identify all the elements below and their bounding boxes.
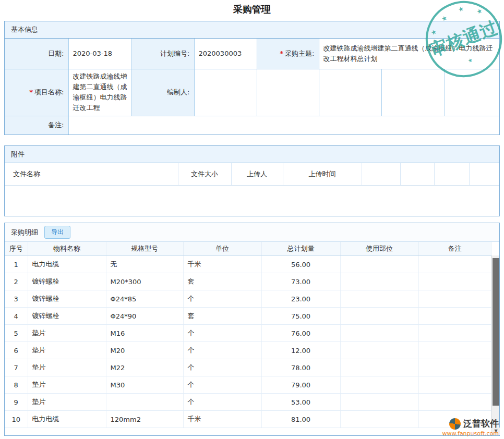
- detail-column-header: 规格型号: [106, 242, 183, 256]
- table-cell: 1: [5, 256, 28, 273]
- table-row[interactable]: 10电力电缆120mm2千米81.00: [5, 411, 491, 428]
- table-row[interactable]: 7垫片M22个78.00: [5, 359, 491, 376]
- table-cell: 镀锌螺栓: [28, 308, 106, 325]
- table-cell: [340, 273, 418, 290]
- detail-panel: 采购明细 导出 序号物料名称规格型号单位总计划量使用部位备注 1电力电缆无千米5…: [4, 223, 500, 436]
- detail-toolbar: 采购明细 导出: [5, 223, 499, 242]
- editor-label: 编制人:: [131, 69, 194, 116]
- table-cell: 垫片: [28, 342, 106, 359]
- table-cell: 电力电缆: [28, 256, 106, 273]
- attachment-empty-header: [400, 163, 434, 186]
- table-cell: [340, 359, 418, 376]
- table-row[interactable]: 2镀锌螺栓M20*300套73.00: [5, 273, 491, 290]
- table-row[interactable]: 6垫片M20个12.00: [5, 342, 491, 359]
- detail-column-header: 单位: [183, 242, 261, 256]
- table-cell: 无: [106, 256, 183, 273]
- table-cell: 56.00: [261, 256, 340, 273]
- table-cell: 10: [5, 411, 28, 428]
- table-cell: 个: [183, 376, 261, 394]
- table-cell: 9: [5, 394, 28, 411]
- subject-value: 改建铁路成渝线增建第二直通线（成渝枢纽）电力线路迁改工程材料总计划: [319, 39, 499, 69]
- date-label: 日期:: [5, 39, 68, 69]
- table-cell: M20: [106, 342, 183, 359]
- project-value: 改建铁路成渝线增建第二直通线（成渝枢纽）电力线路迁改工程: [68, 69, 131, 116]
- table-cell: [340, 290, 418, 308]
- plan-no-value: 2020030003: [194, 39, 257, 69]
- info-row-2: *项目名称: 改建铁路成渝线增建第二直通线（成渝枢纽）电力线路迁改工程 编制人:: [5, 69, 499, 116]
- table-cell: 个: [183, 394, 261, 411]
- table-cell: 53.00: [261, 394, 340, 411]
- attachment-empty-header: [362, 163, 400, 186]
- table-cell: Φ24*90: [106, 308, 183, 325]
- table-cell: 120mm2: [106, 411, 183, 428]
- detail-table: 序号物料名称规格型号单位总计划量使用部位备注 1电力电缆无千米56.002镀锌螺…: [5, 242, 491, 428]
- attachment-empty-header: [469, 163, 499, 186]
- info-row-3: 备注:: [5, 116, 499, 135]
- table-row[interactable]: 1电力电缆无千米56.00: [5, 256, 491, 273]
- table-cell: 8: [5, 376, 28, 394]
- table-cell: 镀锌螺栓: [28, 290, 106, 308]
- table-cell: 5: [5, 325, 28, 342]
- table-cell: 75.00: [261, 308, 340, 325]
- empty-cell: [445, 69, 499, 116]
- table-cell: 垫片: [28, 359, 106, 376]
- table-cell: 垫片: [28, 376, 106, 394]
- required-marker: *: [29, 88, 33, 96]
- table-cell: M30: [106, 376, 183, 394]
- vertical-scrollbar[interactable]: ▼: [491, 255, 499, 435]
- remark-label: 备注:: [5, 116, 68, 135]
- table-row[interactable]: 4镀锌螺栓Φ24*90套75.00: [5, 308, 491, 325]
- scrollbar-thumb[interactable]: [493, 258, 499, 406]
- table-cell: [340, 325, 418, 342]
- attachment-column-header: 上传时间: [283, 163, 362, 186]
- basic-info-panel: 基本信息 日期: 2020-03-18 计划编号: 2020030003 *采购…: [4, 21, 500, 135]
- table-cell: 76.00: [261, 325, 340, 342]
- table-cell: [418, 359, 491, 376]
- table-cell: 23.00: [261, 290, 340, 308]
- table-row[interactable]: 5垫片M16个76.00: [5, 325, 491, 342]
- attachments-empty-area: [5, 186, 499, 216]
- date-value: 2020-03-18: [68, 39, 131, 69]
- detail-column-header: 物料名称: [28, 242, 106, 256]
- table-cell: 2: [5, 273, 28, 290]
- empty-cell: [381, 69, 445, 116]
- table-cell: 4: [5, 308, 28, 325]
- table-cell: 个: [183, 359, 261, 376]
- detail-column-header: 总计划量: [261, 242, 340, 256]
- table-cell: 垫片: [28, 325, 106, 342]
- table-row[interactable]: 9垫片个53.00: [5, 394, 491, 411]
- table-cell: 千米: [183, 256, 261, 273]
- fanpu-website: www.fanpusoft.com: [442, 430, 499, 437]
- fanpu-logo-text: 泛普软件: [463, 418, 499, 430]
- empty-cell: [257, 69, 319, 116]
- table-cell: 套: [183, 308, 261, 325]
- required-marker: *: [280, 50, 283, 57]
- attachment-empty-header: [434, 163, 469, 186]
- subject-label-text: 采购主题:: [285, 50, 314, 57]
- table-cell: M20*300: [106, 273, 183, 290]
- table-cell: [340, 376, 418, 394]
- table-cell: 81.00: [261, 411, 340, 428]
- table-cell: 7: [5, 359, 28, 376]
- table-cell: [340, 308, 418, 325]
- table-row[interactable]: 8垫片M30个79.00: [5, 376, 491, 394]
- table-cell: 电力电缆: [28, 411, 106, 428]
- table-cell: [106, 394, 183, 411]
- page-title: 采购管理: [0, 0, 504, 21]
- editor-value: [194, 69, 257, 116]
- attachment-column-header: 上传人: [231, 163, 283, 186]
- attachments-panel: 附件 文件名称文件大小上传人上传时间: [4, 145, 500, 216]
- detail-section-title: 采购明细: [11, 228, 38, 237]
- table-cell: [418, 290, 491, 308]
- table-cell: [340, 394, 418, 411]
- table-row[interactable]: 3镀锌螺栓Φ24*85个23.00: [5, 290, 491, 308]
- remark-value: [68, 116, 499, 135]
- basic-info-section-title: 基本信息: [5, 21, 499, 39]
- table-cell: 6: [5, 342, 28, 359]
- plan-no-label: 计划编号:: [131, 39, 194, 69]
- attachments-section-title: 附件: [5, 146, 499, 163]
- export-button[interactable]: 导出: [44, 226, 70, 239]
- table-cell: 镀锌螺栓: [28, 273, 106, 290]
- table-cell: 千米: [183, 411, 261, 428]
- project-label-text: 项目名称:: [34, 88, 64, 96]
